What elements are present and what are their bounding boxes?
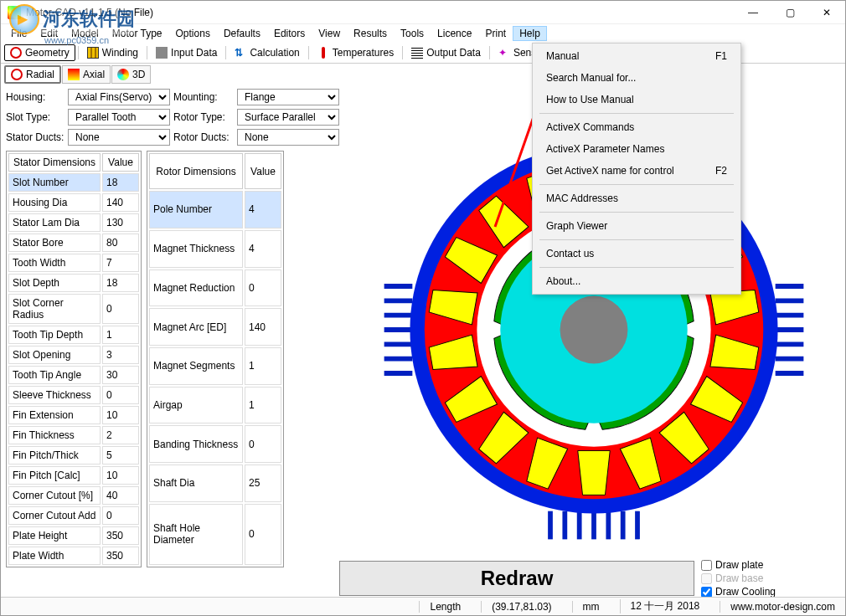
help-item-graph-viewer[interactable]: Graph Viewer: [533, 215, 740, 237]
table-row[interactable]: Airgap1: [149, 387, 281, 424]
menu-defaults[interactable]: Defaults: [217, 26, 267, 41]
stator-table[interactable]: Stator DimensionsValue Slot Number18Hous…: [6, 151, 142, 567]
param-value[interactable]: 7: [102, 254, 139, 272]
table-row[interactable]: Fin Pitch [Calc]10: [8, 466, 139, 485]
ribbon-geometry[interactable]: Geometry: [4, 44, 75, 61]
help-item-activex-parameter-names[interactable]: ActiveX Parameter Names: [533, 138, 740, 160]
param-value[interactable]: 18: [102, 173, 139, 192]
menu-file[interactable]: File: [4, 26, 34, 41]
draw-cooling-checkbox[interactable]: Draw Cooling: [701, 586, 835, 598]
menu-tools[interactable]: Tools: [394, 26, 431, 41]
slottype-select[interactable]: Parallel Tooth: [68, 109, 170, 126]
menu-editors[interactable]: Editors: [267, 26, 312, 41]
param-value[interactable]: 350: [102, 547, 139, 565]
ribbon-calculation[interactable]: Calculation: [229, 44, 305, 61]
param-value[interactable]: 10: [102, 466, 139, 485]
table-row[interactable]: Fin Thickness2: [8, 426, 139, 444]
param-value[interactable]: 3: [102, 346, 139, 364]
table-row[interactable]: Corner Cutout Add0: [8, 506, 139, 525]
param-value[interactable]: 130: [102, 213, 139, 232]
table-row[interactable]: Corner Cutout [%]40: [8, 486, 139, 505]
close-button[interactable]: ✕: [808, 1, 845, 24]
table-row[interactable]: Magnet Segments1: [149, 347, 281, 385]
help-item-manual[interactable]: ManualF1: [533, 45, 740, 67]
param-value[interactable]: 0: [102, 386, 139, 404]
param-value[interactable]: 80: [102, 234, 139, 252]
help-item-get-activex-name-for-control[interactable]: Get ActiveX name for controlF2: [533, 160, 740, 182]
param-value[interactable]: 30: [102, 366, 139, 384]
redraw-button[interactable]: Redraw: [339, 561, 694, 596]
table-row[interactable]: Banding Thickness0: [149, 425, 281, 463]
param-value[interactable]: 25: [245, 465, 281, 502]
table-row[interactable]: Shaft Dia25: [149, 465, 281, 502]
menu-options[interactable]: Options: [169, 26, 217, 41]
rotortype-select[interactable]: Surface Parallel: [237, 109, 339, 126]
ribbon-temperatures[interactable]: Temperatures: [312, 44, 400, 61]
table-row[interactable]: Slot Corner Radius0: [8, 294, 139, 324]
rotorducts-select[interactable]: None: [237, 129, 339, 146]
param-value[interactable]: 0: [102, 506, 139, 525]
param-value[interactable]: 1: [102, 326, 139, 344]
table-row[interactable]: Magnet Arc [ED]140: [149, 308, 281, 346]
param-value[interactable]: 1: [245, 387, 281, 424]
ribbon-input-data[interactable]: Input Data: [150, 44, 223, 61]
table-row[interactable]: Slot Number18: [8, 173, 139, 192]
menu-licence[interactable]: Licence: [431, 26, 478, 41]
minimize-button[interactable]: —: [735, 1, 771, 24]
param-value[interactable]: 1: [245, 347, 281, 385]
table-row[interactable]: Stator Bore80: [8, 234, 139, 252]
subtab-axial[interactable]: Axial: [62, 65, 111, 84]
param-value[interactable]: 0: [245, 504, 281, 565]
param-value[interactable]: 4: [245, 191, 281, 228]
table-row[interactable]: Magnet Thickness4: [149, 230, 281, 268]
table-row[interactable]: Fin Pitch/Thick5: [8, 446, 139, 465]
param-value[interactable]: 0: [245, 270, 281, 307]
table-row[interactable]: Tooth Tip Angle30: [8, 366, 139, 384]
param-value[interactable]: 4: [245, 230, 281, 268]
table-row[interactable]: Slot Depth18: [8, 274, 139, 292]
housing-select[interactable]: Axial Fins(Servo): [68, 89, 170, 105]
subtab-radial[interactable]: Radial: [4, 65, 61, 84]
help-item-activex-commands[interactable]: ActiveX Commands: [533, 116, 740, 138]
help-item-how-to-use-manual[interactable]: How to Use Manual: [533, 89, 740, 110]
ribbon-winding[interactable]: Winding: [81, 44, 144, 61]
param-value[interactable]: 2: [102, 426, 139, 444]
menu-results[interactable]: Results: [347, 26, 394, 41]
help-item-search-manual-for-[interactable]: Search Manual for...: [533, 67, 740, 89]
help-item-mac-addresses[interactable]: MAC Addresses: [533, 187, 740, 209]
table-row[interactable]: Tooth Tip Depth1: [8, 326, 139, 344]
menu-edit[interactable]: Edit: [34, 26, 64, 41]
subtab-3d[interactable]: 3D: [111, 65, 151, 84]
table-row[interactable]: Shaft Hole Diameter0: [149, 504, 281, 565]
table-row[interactable]: Sleeve Thickness0: [8, 386, 139, 404]
param-value[interactable]: 5: [102, 446, 139, 465]
statorducts-select[interactable]: None: [68, 129, 170, 146]
table-row[interactable]: Pole Number4: [149, 191, 281, 228]
menu-motor-type[interactable]: Motor Type: [106, 26, 169, 41]
rotor-table[interactable]: Rotor DimensionsValue Pole Number4Magnet…: [147, 151, 284, 567]
mounting-select[interactable]: Flange: [237, 89, 339, 105]
maximize-button[interactable]: ▢: [771, 1, 808, 24]
table-row[interactable]: Plate Height350: [8, 526, 139, 545]
menu-view[interactable]: View: [312, 26, 347, 41]
param-value[interactable]: 18: [102, 274, 139, 292]
param-value[interactable]: 10: [102, 406, 139, 424]
menu-model[interactable]: Model: [64, 26, 106, 41]
ribbon-output-data[interactable]: Output Data: [405, 44, 487, 61]
param-value[interactable]: 40: [102, 486, 139, 505]
table-row[interactable]: Magnet Reduction0: [149, 270, 281, 307]
help-item-contact-us[interactable]: Contact us: [533, 243, 740, 264]
menu-help[interactable]: Help: [513, 26, 547, 41]
param-value[interactable]: 0: [245, 425, 281, 463]
param-value[interactable]: 140: [245, 308, 281, 346]
table-row[interactable]: Stator Lam Dia130: [8, 213, 139, 232]
param-value[interactable]: 350: [102, 526, 139, 545]
table-row[interactable]: Plate Width350: [8, 547, 139, 565]
table-row[interactable]: Slot Opening3: [8, 346, 139, 364]
param-value[interactable]: 0: [102, 294, 139, 324]
table-row[interactable]: Housing Dia140: [8, 193, 139, 212]
menu-print[interactable]: Print: [478, 26, 513, 41]
draw-plate-checkbox[interactable]: Draw plate: [701, 559, 835, 571]
param-value[interactable]: 140: [102, 193, 139, 212]
table-row[interactable]: Fin Extension10: [8, 406, 139, 424]
